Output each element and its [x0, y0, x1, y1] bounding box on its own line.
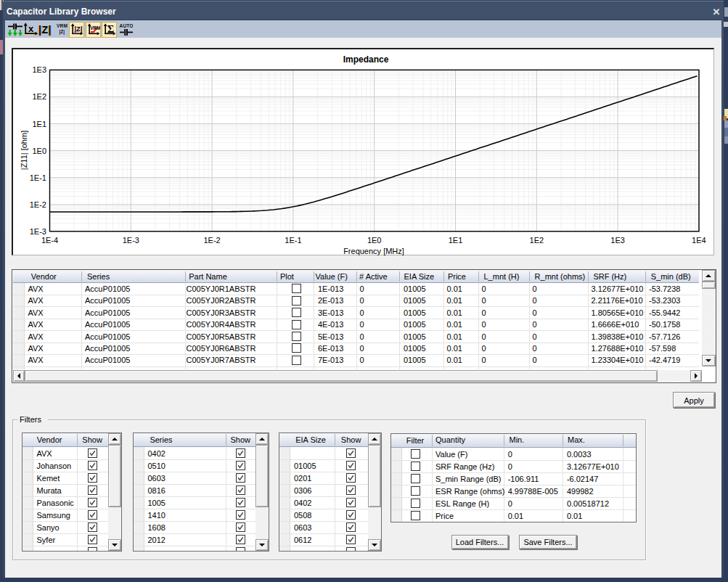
svg-text:Σ: Σ: [107, 23, 114, 35]
svg-text:|Z|: |Z|: [74, 25, 82, 33]
svg-text:VRM: VRM: [90, 25, 100, 30]
svg-text:x: x: [28, 23, 34, 34]
